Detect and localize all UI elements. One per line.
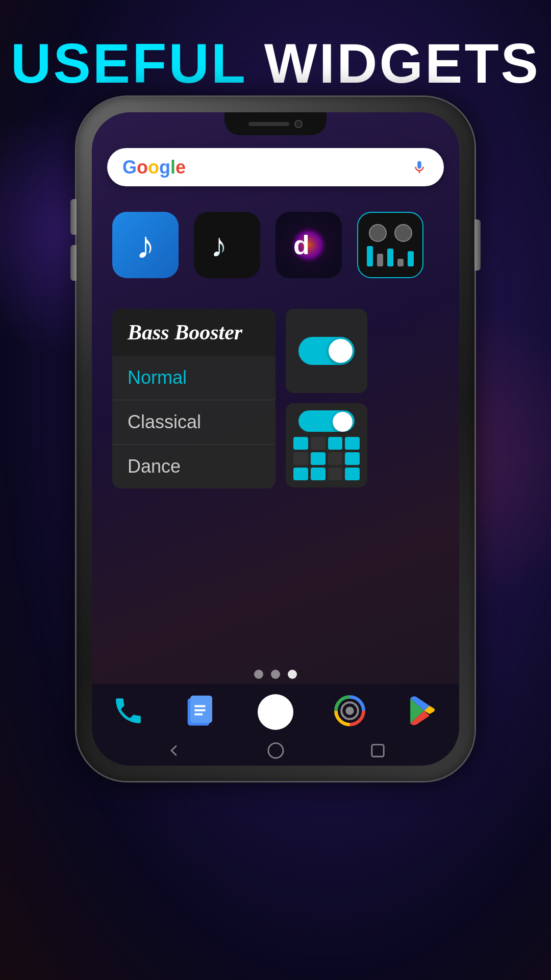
nav-docs[interactable] xyxy=(185,694,218,732)
eq-cell-r1c1 xyxy=(293,437,308,450)
widgets-area: Bass Booster Normal Classical Dance xyxy=(107,309,444,488)
back-button[interactable] xyxy=(165,742,183,762)
eq-knob-1 xyxy=(369,224,387,242)
bass-booster-widget[interactable]: Bass Booster Normal Classical Dance xyxy=(112,309,276,488)
eq-slider-2 xyxy=(377,254,383,266)
nav-camera[interactable] xyxy=(333,694,366,727)
app-icon-equalizer[interactable] xyxy=(357,212,423,278)
nav-home[interactable] xyxy=(258,694,293,730)
eq-cell-r2c1 xyxy=(293,452,308,465)
eq-widget[interactable] xyxy=(286,403,367,487)
eq-cell-r1c3 xyxy=(328,437,343,450)
app-icons-row: ♪ ♪ xyxy=(107,212,444,278)
phone-shell: Google ♪ xyxy=(77,97,474,781)
right-widgets-col xyxy=(286,309,367,488)
toggle-switch[interactable] xyxy=(298,337,355,365)
svg-rect-5 xyxy=(194,705,205,707)
svg-rect-7 xyxy=(194,714,203,716)
bb-classical-label: Classical xyxy=(128,411,201,432)
google-logo: Google xyxy=(122,157,186,178)
svg-point-11 xyxy=(268,743,283,758)
front-camera xyxy=(294,120,303,128)
eq-toggle[interactable] xyxy=(298,410,355,432)
bb-item-classical[interactable]: Classical xyxy=(112,400,276,445)
bass-booster-title-row: Bass Booster xyxy=(112,309,276,356)
page-dots xyxy=(92,670,459,679)
eq-knob-2 xyxy=(394,224,412,242)
volume-down-button[interactable] xyxy=(70,245,77,281)
eq-slider-1 xyxy=(367,246,373,266)
eq-toggle-knob xyxy=(333,412,353,432)
eq-cell-r1c2 xyxy=(311,437,325,450)
svg-rect-6 xyxy=(194,709,205,711)
phone-icon xyxy=(112,694,145,727)
dot-2 xyxy=(271,670,280,679)
title-widgets: WIDGETS xyxy=(264,32,540,94)
toggle-knob xyxy=(329,339,353,363)
camera-icon xyxy=(333,694,366,727)
eq-cell-r1c4 xyxy=(345,437,360,450)
bb-normal-label: Normal xyxy=(128,367,187,388)
bb-item-dance[interactable]: Dance xyxy=(112,445,276,488)
svg-text:♪: ♪ xyxy=(211,227,228,264)
volume-up-button[interactable] xyxy=(70,199,77,235)
play-store-icon xyxy=(406,694,439,727)
eq-cell-r3c4 xyxy=(345,468,360,480)
eq-cell-r3c2 xyxy=(311,468,325,480)
google-search-bar[interactable]: Google xyxy=(107,148,444,186)
eq-slider-5 xyxy=(408,251,414,266)
eq-icon-container xyxy=(358,213,422,277)
dot-3-active xyxy=(288,670,297,679)
eq-bars-grid xyxy=(293,437,360,480)
home-button[interactable] xyxy=(258,694,293,730)
app-icon-music-fx[interactable]: ♪ xyxy=(194,212,260,278)
eq-slider-4 xyxy=(397,259,404,266)
eq-sliders xyxy=(367,243,414,266)
mic-icon[interactable] xyxy=(410,155,429,180)
dot-1 xyxy=(254,670,263,679)
svg-point-10 xyxy=(345,706,354,715)
docs-icon xyxy=(185,694,218,732)
eq-cell-r2c4 xyxy=(345,452,360,465)
eq-cell-r3c3 xyxy=(328,468,343,480)
eq-knobs xyxy=(369,224,412,242)
eq-slider-3 xyxy=(387,249,393,266)
svg-rect-12 xyxy=(371,745,383,756)
app-icon-tiktok[interactable]: d xyxy=(276,212,342,278)
eq-cell-r3c1 xyxy=(293,468,308,480)
bb-dance-label: Dance xyxy=(128,456,181,477)
phone-notch xyxy=(224,112,327,135)
speaker-grille xyxy=(248,122,289,126)
recent-button[interactable] xyxy=(369,742,387,762)
phone-screen: Google ♪ xyxy=(92,112,459,766)
home-nav-button[interactable] xyxy=(267,742,285,762)
app-icon-music-player[interactable]: ♪ xyxy=(112,212,179,278)
page-title: USEFUL WIDGETS xyxy=(0,31,551,95)
eq-cell-r2c3 xyxy=(328,452,343,465)
bb-item-normal[interactable]: Normal xyxy=(112,356,276,400)
svg-text:d: d xyxy=(293,230,310,260)
nav-phone[interactable] xyxy=(112,694,145,727)
android-nav-buttons xyxy=(92,742,459,762)
bass-booster-title: Bass Booster xyxy=(128,321,242,344)
eq-cell-r2c2 xyxy=(311,452,325,465)
phone-frame: Google ♪ xyxy=(77,97,474,781)
power-button[interactable] xyxy=(474,219,481,271)
screen-content: Google ♪ xyxy=(92,112,459,766)
nav-play-store[interactable] xyxy=(406,694,439,727)
title-useful: USEFUL xyxy=(11,32,246,94)
toggle-widget[interactable] xyxy=(286,309,367,393)
